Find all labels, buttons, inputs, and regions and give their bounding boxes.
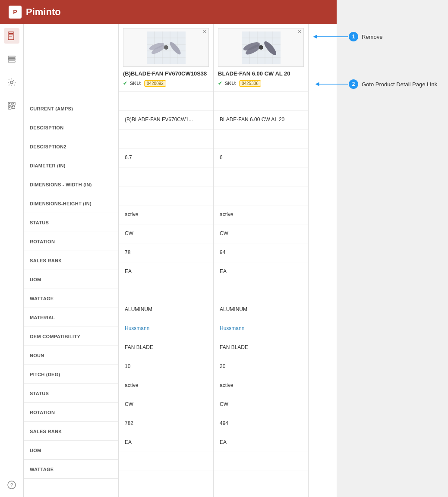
svg-point-46 (259, 45, 263, 50)
data-cell-p2-17: 494 (214, 414, 308, 433)
product-column-1: × (119, 24, 214, 497)
label-cell-10: WATTAGE (24, 289, 118, 308)
content-area: CURRENT (AMPS)DESCRIPTIONDESCRIPTION2DIA… (24, 24, 337, 497)
label-cell-13: NOUN (24, 346, 118, 365)
product-sku-row-2: ✔ SKU: 0425336 (218, 80, 304, 87)
label-cell-3: DIAMETER (IN) (24, 156, 118, 175)
label-header-spacer (24, 24, 119, 99)
layers-icon (7, 54, 16, 64)
data-cell-p2-11: ALUMINUM (214, 300, 308, 319)
product-name-1[interactable]: (B)BLADE-FAN FV670CW10S38 (123, 70, 209, 78)
data-cell-p1-7: CW (119, 224, 213, 243)
close-product-2-button[interactable]: × (295, 27, 304, 36)
svg-rect-13 (13, 103, 14, 104)
data-cell-p1-3: 6.7 (119, 148, 213, 167)
verified-icon-2: ✔ (218, 80, 222, 86)
sidebar-item-qr[interactable] (4, 98, 19, 113)
annotation-bubble-1: 1 (349, 32, 358, 41)
data-cell-p1-1: (B)BLADE-FAN FV670CW1... (119, 110, 213, 129)
label-cell-12: OEM COMPATIBILITY (24, 327, 118, 346)
app-title: Piminto (26, 6, 61, 18)
label-cell-15: STATUS (24, 384, 118, 403)
app-container: P Piminto (0, 0, 337, 497)
data-cell-p1-0 (119, 91, 213, 110)
sku-label-1: SKU: (130, 81, 142, 86)
svg-rect-8 (8, 61, 15, 62)
book-icon (7, 31, 16, 41)
svg-rect-3 (9, 33, 13, 34)
main-layout: ? CURRENT (AMPS)DESCRIPTIONDESCRIPTION2D… (0, 24, 337, 497)
close-product-1-button[interactable]: × (200, 27, 209, 36)
label-cells: CURRENT (AMPS)DESCRIPTIONDESCRIPTION2DIA… (24, 99, 118, 479)
fan-image-1 (147, 31, 186, 64)
sidebar-item-layers[interactable] (4, 51, 19, 67)
label-cell-1: DESCRIPTION (24, 118, 118, 137)
annotation-1: 1 Remove (349, 32, 382, 41)
svg-rect-15 (9, 107, 10, 108)
data-cell-p2-19 (214, 452, 308, 471)
app-header: P Piminto (0, 0, 337, 24)
app-logo: P (9, 6, 22, 19)
data-cell-p1-8: 78 (119, 243, 213, 262)
label-cell-14: PITCH (DEG) (24, 365, 118, 384)
data-cell-p2-12: Hussmann (214, 319, 308, 338)
sidebar-item-settings[interactable] (4, 75, 19, 90)
data-cell-p1-17: 782 (119, 414, 213, 433)
data-cell-p2-16: CW (214, 395, 308, 414)
product-image-2 (218, 28, 304, 67)
data-cell-p2-7: CW (214, 224, 308, 243)
sku-value-1: 0420092 (144, 80, 166, 87)
svg-rect-6 (8, 56, 15, 57)
label-cell-16: ROTATION (24, 403, 118, 422)
data-cell-p2-3: 6 (214, 148, 308, 167)
data-cell-p1-18: EA (119, 433, 213, 452)
qr-icon (7, 101, 16, 110)
annotation-label-1: Remove (362, 34, 382, 40)
svg-point-33 (164, 45, 168, 50)
label-cell-2: DESCRIPTION2 (24, 137, 118, 156)
svg-rect-7 (8, 59, 15, 60)
svg-rect-5 (9, 36, 12, 37)
label-cell-4: DIMENSIONS - WIDTH (IN) (24, 175, 118, 194)
label-cell-11: MATERIAL (24, 308, 118, 327)
data-cell-p2-6: active (214, 205, 308, 224)
svg-rect-11 (9, 103, 10, 104)
svg-text:?: ? (10, 482, 13, 488)
svg-rect-16 (12, 106, 13, 107)
data-cell-p2-15: active (214, 376, 308, 395)
data-cell-p2-14: 20 (214, 357, 308, 376)
verified-icon-1: ✔ (123, 80, 127, 86)
annotation-2: 2 Goto Product Detail Page Link (349, 79, 437, 89)
data-cell-p1-4 (119, 167, 213, 186)
data-cell-p1-13: FAN BLADE (119, 338, 213, 357)
sku-value-2: 0425336 (239, 80, 261, 87)
data-cell-p2-4 (214, 167, 308, 186)
svg-rect-18 (12, 108, 15, 109)
product2-data-cells: BLADE-FAN 6.00 CW AL 206activeCW94EAALUM… (214, 91, 308, 471)
product-name-2[interactable]: BLADE-FAN 6.00 CW AL 20 (218, 70, 304, 78)
fan-image-2 (242, 31, 281, 64)
product-column-2: × (214, 24, 309, 497)
data-cell-p1-12: Hussmann (119, 319, 213, 338)
svg-rect-4 (9, 35, 13, 35)
data-cell-p2-5 (214, 186, 308, 205)
product1-data-cells: (B)BLADE-FAN FV670CW1...6.7activeCW78EAA… (119, 91, 213, 471)
help-icon: ? (7, 480, 16, 490)
product-header-2: × (214, 24, 308, 91)
data-cell-p2-13: FAN BLADE (214, 338, 308, 357)
sidebar-item-book[interactable] (4, 28, 19, 44)
outer-wrapper: 1 Remove 2 Goto Product Detail Page Link… (0, 0, 448, 497)
data-cell-p1-9: EA (119, 262, 213, 281)
data-cell-p2-9: EA (214, 262, 308, 281)
svg-rect-17 (14, 106, 15, 107)
annotation-label-2: Goto Product Detail Page Link (362, 81, 437, 88)
data-cell-p2-10 (214, 281, 308, 300)
data-cell-p2-0 (214, 91, 308, 110)
sidebar-item-help[interactable]: ? (4, 477, 19, 493)
label-cell-6: STATUS (24, 213, 118, 232)
label-cell-8: SALES RANK (24, 251, 118, 270)
annotation-bubble-2: 2 (349, 79, 358, 89)
label-cell-5: DIMENSIONS-HEIGHT (IN) (24, 194, 118, 213)
sidebar: ? (0, 24, 24, 497)
settings-icon (7, 78, 16, 87)
